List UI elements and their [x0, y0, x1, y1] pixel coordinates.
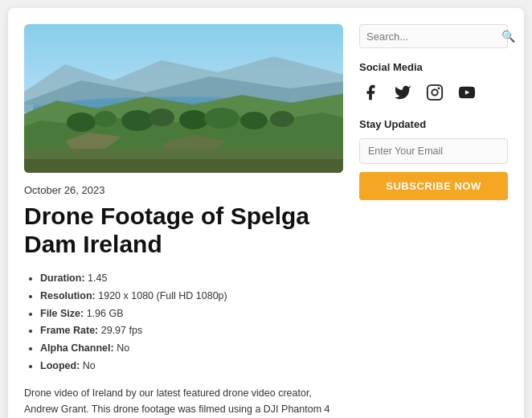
- stay-updated-title: Stay Updated: [359, 118, 508, 130]
- search-box: 🔍: [359, 24, 508, 48]
- list-item: File Size: 1.96 GB: [40, 306, 343, 322]
- svg-rect-19: [428, 85, 442, 100]
- social-icons: [359, 81, 508, 104]
- sidebar: 🔍 Social Media: [359, 24, 508, 418]
- social-media-title: Social Media: [359, 61, 508, 73]
- twitter-icon[interactable]: [391, 81, 414, 104]
- details-list: Duration: 1.45 Resolution: 1920 x 1080 (…: [24, 271, 343, 374]
- svg-point-21: [438, 88, 440, 90]
- main-content: October 26, 2023 Drone Footage of Spelga…: [24, 24, 343, 418]
- facebook-icon[interactable]: [359, 81, 382, 104]
- instagram-icon[interactable]: [424, 81, 446, 104]
- svg-rect-18: [24, 159, 343, 173]
- youtube-icon[interactable]: [456, 81, 478, 104]
- list-item: Alpha Channel: No: [40, 341, 343, 356]
- svg-point-8: [94, 111, 117, 127]
- svg-point-9: [121, 110, 153, 131]
- subscribe-button[interactable]: SUBSCRIBE NOW: [359, 172, 508, 200]
- post-date: October 26, 2023: [24, 184, 343, 196]
- svg-point-10: [149, 109, 174, 126]
- svg-point-12: [204, 108, 239, 129]
- svg-point-20: [432, 89, 437, 95]
- email-input[interactable]: [359, 138, 508, 164]
- stay-updated-section: Stay Updated SUBSCRIBE NOW: [359, 118, 508, 200]
- svg-point-14: [270, 111, 294, 127]
- search-icon[interactable]: 🔍: [501, 30, 515, 43]
- description-text: Drone video of Ireland by our latest fea…: [24, 385, 343, 419]
- search-input[interactable]: [366, 31, 501, 43]
- svg-point-11: [179, 110, 208, 129]
- post-title: Drone Footage of Spelga Dam Ireland: [24, 203, 343, 258]
- hero-image: [24, 24, 343, 173]
- list-item: Duration: 1.45: [40, 271, 343, 286]
- list-item: Frame Rate: 29.97 fps: [40, 323, 343, 338]
- social-section: Social Media: [359, 61, 508, 104]
- page-wrapper: October 26, 2023 Drone Footage of Spelga…: [8, 8, 524, 418]
- list-item: Resolution: 1920 x 1080 (Full HD 1080p): [40, 289, 343, 304]
- svg-point-13: [240, 112, 268, 129]
- svg-point-7: [67, 113, 96, 132]
- list-item: Looped: No: [40, 359, 343, 374]
